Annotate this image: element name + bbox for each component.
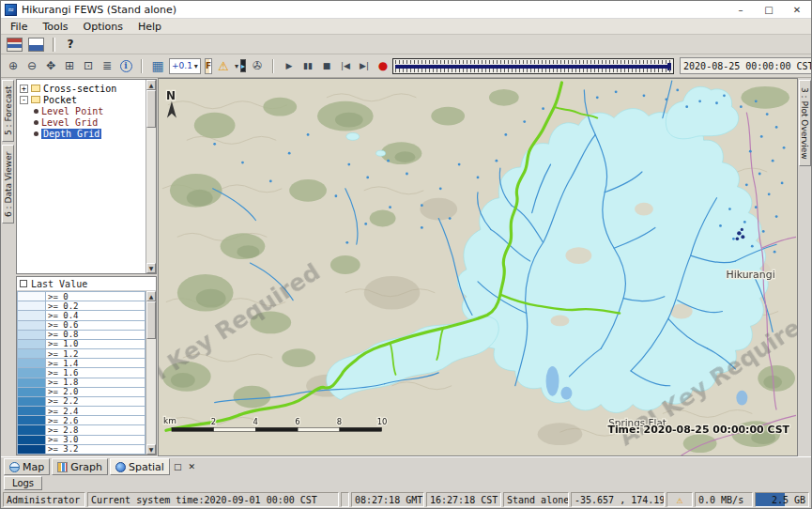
sidebar-tab-plot-overview[interactable]: 3 : Plot Overview [799, 80, 811, 166]
record-icon[interactable]: ● [374, 56, 392, 76]
menu-help[interactable]: Help [130, 20, 169, 34]
town-label-hikurangi: Hikurangi [726, 269, 774, 281]
contour-interval-dropdown[interactable]: +0.1 ▾ [169, 58, 201, 74]
pause-icon[interactable]: ▮▮ [299, 56, 317, 76]
menu-file[interactable]: File [3, 20, 35, 34]
tree-scrollbar[interactable]: ▲ ▼ [146, 80, 156, 273]
app-window: ≈ Hikurangi FEWS (Stand alone) – □ ✕ Fil… [0, 0, 812, 509]
tab-map[interactable]: Map [4, 458, 50, 475]
map-panel[interactable]: API Key Required API Key Required N km 2… [158, 78, 798, 456]
scroll-thumb[interactable] [146, 90, 156, 128]
grid-display-icon[interactable]: ▦ [148, 56, 167, 76]
sprinkle-tool-icon[interactable]: ✇ [248, 56, 267, 76]
map-canvas[interactable]: API Key Required API Key Required N km 2… [159, 79, 797, 455]
legend-row: >= 1.4 [18, 359, 146, 368]
chevron-down-icon[interactable]: ▾ [235, 62, 238, 70]
menu-tools[interactable]: Tools [35, 20, 75, 34]
status-memory-gauge: 2.5 GB [755, 492, 809, 507]
chevron-down-icon: ▾ [194, 62, 198, 70]
last-value-label: Last Value [31, 279, 87, 289]
zoom-window-icon[interactable]: ⊞ [60, 56, 79, 76]
app-logo-icon: ≈ [5, 4, 17, 16]
info-icon[interactable]: i [116, 56, 135, 76]
thresholds-warning-icon[interactable]: ⚠ [214, 56, 233, 76]
tree-node-cross-section[interactable]: + Cross-section [20, 83, 146, 94]
legend-swatch [18, 321, 46, 331]
skip-to-start-icon[interactable]: |◀ [336, 56, 355, 76]
legend-swatch [18, 340, 46, 349]
legend-swatch [18, 292, 46, 301]
tree-leaf-label-selected[interactable]: Depth Grid [41, 129, 101, 139]
spatial-globe-icon [115, 462, 126, 472]
stop-icon[interactable]: ■ [317, 56, 336, 76]
legend-row: >= 1.8 [18, 378, 146, 388]
tab-graph[interactable]: Graph [52, 458, 108, 475]
profile-display-icon[interactable]: F [205, 58, 212, 74]
legend-swatch [18, 425, 46, 435]
tree-leaf-label[interactable]: Level Point [41, 106, 103, 116]
top-toolbar: ? [1, 35, 811, 54]
time-slider-ticks [395, 60, 671, 64]
legend-row: >= 1.2 [18, 349, 146, 359]
scroll-up-icon[interactable]: ▲ [146, 80, 156, 90]
folder-icon [31, 85, 40, 92]
scroll-down-icon[interactable]: ▼ [146, 263, 156, 273]
sidebar-tab-forecast[interactable]: 5 : Forecast [2, 80, 14, 142]
close-button[interactable]: ✕ [783, 1, 811, 18]
pan-icon[interactable]: ✥ [41, 56, 60, 76]
legend-swatch [18, 407, 46, 416]
tab-maximize-icon[interactable]: □ [172, 460, 184, 472]
minimize-button[interactable]: – [727, 1, 755, 18]
current-time-display: 2020-08-25 00:00:00 CST [680, 57, 812, 74]
database-icon[interactable] [7, 38, 23, 52]
layers-icon[interactable]: ≣ [98, 56, 116, 76]
map-toolbar: ⊕ ⊖ ✥ ⊞ ⊡ ≣ i ▦ +0.1 ▾ F ⚠ ▾ ▸ ✇ ▶ ▮▮ ■ … [1, 54, 811, 78]
legend-scrollbar[interactable]: ▲ ▼ [146, 291, 156, 455]
tab-close-icon[interactable]: ✕ [186, 460, 198, 472]
sidebar-tab-data-viewer[interactable]: 6 : Data Viewer [2, 145, 14, 224]
maximize-button[interactable]: □ [755, 1, 783, 18]
legend-row: >= 0.6 [18, 321, 146, 331]
scroll-up-icon[interactable]: ▲ [146, 291, 156, 301]
zoom-extent-icon[interactable]: ⊡ [79, 56, 98, 76]
time-slider[interactable] [392, 58, 674, 74]
legend-swatch [18, 388, 46, 397]
menu-options[interactable]: Options [76, 20, 130, 34]
skip-to-end-icon[interactable]: ▶| [355, 56, 374, 76]
zoom-out-icon[interactable]: ⊖ [23, 56, 41, 76]
scroll-thumb[interactable] [146, 301, 156, 339]
tree-leaf-level-grid[interactable]: Level Grid [32, 116, 146, 128]
legend-row: >= 2.4 [18, 407, 146, 416]
globe-icon [9, 462, 20, 472]
logs-button[interactable]: Logs [4, 476, 42, 490]
left-tab-strip: 5 : Forecast 6 : Data Viewer [1, 78, 15, 456]
animation-display-icon[interactable]: ▸ [240, 59, 246, 72]
tree-node-pocket[interactable]: - Pocket [20, 94, 146, 105]
right-tab-strip: 3 : Plot Overview [798, 78, 811, 456]
main-area: 5 : Forecast 6 : Data Viewer + Cross-sec… [1, 78, 811, 456]
legend-row: >= 3.0 [18, 436, 146, 445]
tree-leaf-level-point[interactable]: Level Point [32, 105, 146, 116]
legend-swatch [18, 397, 46, 407]
leaf-bullet-icon [34, 131, 38, 136]
tab-spatial[interactable]: Spatial [110, 458, 170, 475]
legend-swatch [18, 416, 46, 425]
help-icon[interactable]: ? [61, 37, 80, 53]
collapse-icon[interactable]: - [20, 96, 28, 104]
legend-row: >= 0.8 [18, 331, 146, 340]
import-export-icon[interactable] [28, 38, 44, 52]
svg-text:N: N [166, 89, 176, 102]
zoom-in-icon[interactable]: ⊕ [4, 56, 23, 76]
legend-swatch [18, 378, 46, 388]
tree-node-label[interactable]: Cross-section [43, 84, 116, 94]
last-value-checkbox[interactable] [20, 280, 27, 287]
tree-leaf-label[interactable]: Level Grid [41, 117, 98, 128]
status-warning-icon[interactable]: ⚠ [666, 492, 693, 507]
expand-icon[interactable]: + [20, 85, 28, 93]
play-icon[interactable]: ▶ [280, 56, 299, 76]
tree-node-label[interactable]: Pocket [43, 95, 77, 105]
svg-text:6: 6 [295, 417, 299, 426]
scroll-down-icon[interactable]: ▼ [146, 444, 156, 455]
legend-row: >= 2.0 [18, 388, 146, 397]
tree-leaf-depth-grid[interactable]: Depth Grid [32, 128, 146, 139]
